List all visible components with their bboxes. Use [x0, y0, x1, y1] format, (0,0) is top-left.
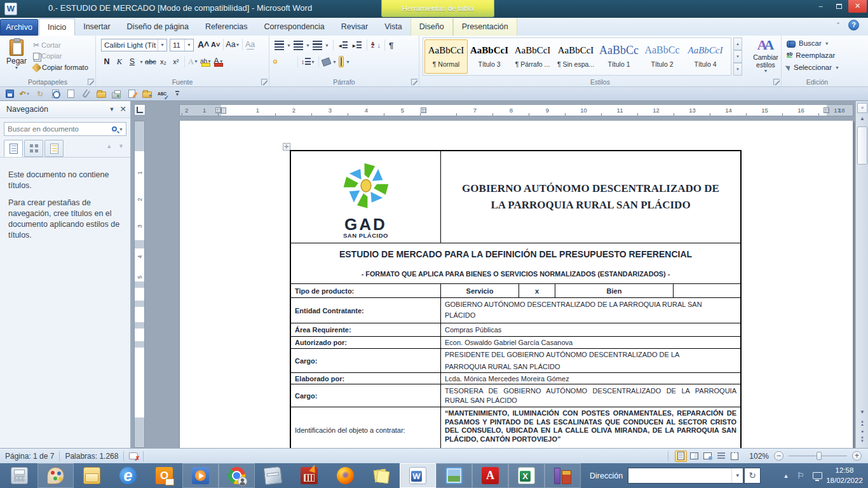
show-marks-icon[interactable]: ¶: [389, 41, 393, 50]
taskbar-firefox-icon[interactable]: [327, 463, 363, 488]
print-preview-button[interactable]: [50, 88, 61, 100]
superscript-button[interactable]: x²: [170, 56, 182, 67]
taskbar-nero-icon[interactable]: [291, 463, 327, 488]
taskbar-scanner-icon[interactable]: [255, 463, 291, 488]
search-icon[interactable]: [112, 126, 117, 132]
style-titulo3[interactable]: AaBbCcI Título 3: [468, 39, 511, 74]
scroll-thumb[interactable]: [857, 126, 867, 165]
quick-print-button[interactable]: [111, 88, 122, 100]
minimize-ribbon-icon[interactable]: ⌃: [834, 22, 843, 29]
word-count[interactable]: Palabras: 1.268: [65, 452, 118, 461]
tab-correspondencia[interactable]: Correspondencia: [256, 18, 333, 36]
strikethrough-button[interactable]: abc: [145, 56, 156, 67]
nav-tab-pages[interactable]: [24, 140, 43, 157]
zoom-in-button[interactable]: +: [852, 451, 862, 461]
taskbar-paint-icon[interactable]: [37, 463, 74, 488]
tab-referencias[interactable]: Referencias: [197, 18, 256, 36]
font-name-select[interactable]: Calibri Light (Tít▼: [101, 39, 167, 51]
replace-button[interactable]: abacReemplazar: [787, 51, 835, 59]
zoom-out-button[interactable]: −: [774, 451, 783, 461]
text-effects-button[interactable]: A▼: [187, 56, 199, 67]
document-page[interactable]: ✛: [179, 121, 853, 448]
paste-button[interactable]: Pegar ▼: [4, 38, 29, 80]
taskbar-sticky-notes-icon[interactable]: [363, 463, 400, 488]
select-button[interactable]: Seleccionar▼: [787, 64, 839, 71]
tab-insertar[interactable]: Insertar: [75, 18, 118, 36]
address-go-icon[interactable]: ↻: [744, 468, 761, 484]
pane-close-icon[interactable]: ✕: [120, 101, 126, 118]
page-indicator[interactable]: Página: 1 de 7: [5, 452, 54, 461]
attach-button[interactable]: [80, 88, 92, 100]
draft-view-button[interactable]: [728, 451, 740, 462]
highlight-button[interactable]: ab▼: [200, 56, 212, 67]
underline-button[interactable]: S: [126, 56, 138, 67]
clipboard-dialog-launcher[interactable]: [88, 79, 94, 85]
table-column-marker-icon[interactable]: [824, 107, 829, 113]
style-sin-espaciado[interactable]: AaBbCcI ¶ Sin espa...: [554, 39, 597, 74]
borders-button[interactable]: [339, 56, 344, 67]
scroll-down-icon[interactable]: ▼: [857, 409, 867, 415]
styles-scroll-up[interactable]: ▲: [733, 37, 742, 50]
italic-button[interactable]: K: [114, 56, 125, 67]
style-titulo1[interactable]: AaBbCc Título 1: [597, 39, 641, 74]
zoom-level[interactable]: 102%: [749, 452, 769, 461]
change-styles-button[interactable]: AA Cambiar estilos ▼: [751, 37, 780, 76]
font-dialog-launcher[interactable]: [261, 79, 268, 85]
save-button[interactable]: [4, 88, 15, 100]
minimize-button[interactable]: –: [811, 0, 830, 13]
taskbar-internet-explorer-icon[interactable]: e: [110, 463, 146, 488]
find-button[interactable]: Buscar▼: [787, 39, 829, 47]
pane-menu-caret-icon[interactable]: ▼: [109, 101, 115, 118]
close-button[interactable]: ✕: [848, 0, 867, 13]
nav-tab-headings[interactable]: [4, 140, 23, 157]
spelling-button[interactable]: ABC: [156, 88, 168, 100]
align-left-button[interactable]: [273, 60, 277, 64]
previous-page-icon[interactable]: ▲▲: [857, 420, 867, 426]
copy-button[interactable]: Copiar: [33, 52, 62, 60]
word-app-icon[interactable]: W: [4, 3, 17, 15]
multilevel-list-icon[interactable]: [313, 41, 322, 50]
zoom-slider-thumb[interactable]: [817, 452, 822, 460]
decrease-indent-icon[interactable]: ◂: [337, 39, 349, 51]
table-column-marker-icon[interactable]: [215, 107, 221, 113]
ruler-toggle-icon[interactable]: ≡: [857, 103, 867, 113]
restore-button[interactable]: [830, 0, 848, 13]
styles-scroll-down[interactable]: ▼: [733, 50, 742, 63]
style-titulo4[interactable]: AaBbCcI Título 4: [684, 39, 727, 74]
cut-button[interactable]: ✂Cortar: [33, 41, 61, 50]
scroll-up-icon[interactable]: ▲: [857, 116, 867, 121]
help-icon[interactable]: ?: [848, 20, 859, 30]
format-painter-button[interactable]: Copiar formato: [33, 64, 88, 71]
taskbar-photo-viewer-icon[interactable]: [436, 463, 472, 488]
increase-indent-icon[interactable]: ▸: [351, 39, 363, 51]
vertical-scrollbar[interactable]: ≡ ▲ ▼ ▲▲ ● ▼▼: [855, 101, 868, 448]
address-dropdown-icon[interactable]: ▼: [731, 468, 743, 483]
shrink-font-button[interactable]: A˅: [210, 39, 221, 50]
style-normal[interactable]: AaBbCcI ¶ Normal: [424, 39, 468, 74]
bullets-icon[interactable]: [275, 41, 284, 50]
shading-icon[interactable]: [321, 57, 331, 67]
justify-button[interactable]: [290, 60, 294, 64]
edit-button[interactable]: [126, 88, 137, 100]
taskbar-chrome-icon[interactable]: [219, 463, 255, 488]
outline-view-button[interactable]: [715, 451, 727, 462]
zoom-slider[interactable]: [789, 456, 847, 456]
grow-font-button[interactable]: A˄: [198, 39, 209, 50]
tray-show-hidden-icon[interactable]: ▲: [783, 473, 789, 479]
search-input[interactable]: [4, 125, 112, 133]
folder-special-button[interactable]: [141, 88, 153, 100]
tab-diseno-pagina[interactable]: Diseño de página: [119, 18, 197, 36]
tab-tabla-presentacion[interactable]: Presentación: [453, 18, 517, 36]
line-spacing-button[interactable]: ↕▼: [301, 56, 315, 67]
styles-more[interactable]: ▼: [733, 63, 742, 76]
tab-revisar[interactable]: Revisar: [333, 18, 376, 36]
tray-network-icon[interactable]: [813, 472, 822, 479]
taskbar-winrar-icon[interactable]: [545, 463, 581, 488]
subscript-button[interactable]: x₂: [158, 56, 169, 67]
tab-vista[interactable]: Vista: [376, 18, 410, 36]
styles-dialog-launcher[interactable]: [773, 79, 780, 85]
clear-formatting-button[interactable]: A͟a: [245, 39, 256, 50]
style-parrafo[interactable]: AaBbCcI ¶ Párrafo ...: [511, 39, 554, 74]
taskbar-clock[interactable]: 12:58 18/02/2022: [824, 465, 865, 485]
underline-caret-icon[interactable]: ▼: [139, 60, 144, 64]
